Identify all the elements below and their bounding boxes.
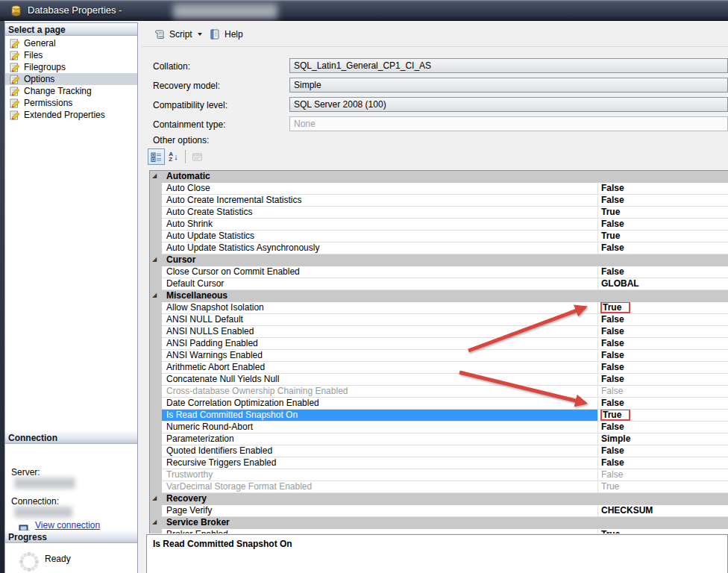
compatibility-level-dropdown[interactable]: SQL Server 2008 (100): [289, 97, 728, 112]
grid-property-row[interactable]: ANSI NULLS EnabledFalse: [150, 326, 728, 338]
property-value: False: [597, 469, 728, 481]
property-name: Broker Enabled: [162, 529, 597, 533]
redacted-database-name: [173, 4, 277, 19]
property-value: False: [597, 362, 728, 374]
property-name: Close Cursor on Commit Enabled: [162, 266, 597, 278]
other-options-label: Other options:: [153, 135, 209, 145]
grid-property-row[interactable]: Is Read Committed Snapshot OnTrue: [150, 410, 728, 422]
expander-triangle-icon[interactable]: ◢: [150, 517, 162, 529]
grid-property-row[interactable]: Page VerifyCHECKSUM: [150, 505, 728, 517]
sidebar-item-extended-properties[interactable]: Extended Properties: [5, 109, 137, 121]
property-name: Auto Close: [162, 183, 597, 195]
row-gutter: [150, 410, 162, 422]
script-button[interactable]: Script: [149, 25, 207, 43]
row-gutter: [150, 362, 162, 374]
alphabetical-sort-button[interactable]: AZ↓: [165, 148, 182, 165]
property-name: ANSI Padding Enabled: [162, 338, 597, 350]
grid-property-row[interactable]: Auto Update StatisticsTrue: [150, 231, 728, 242]
grid-property-row[interactable]: Auto Create StatisticsTrue: [150, 207, 728, 219]
collation-dropdown[interactable]: SQL_Latin1_General_CP1_CI_AS: [289, 58, 728, 73]
categorized-button[interactable]: [148, 148, 165, 165]
row-gutter: [150, 219, 162, 231]
grid-property-row[interactable]: Cross-database Ownership Chaining Enable…: [150, 386, 728, 398]
script-button-label: Script: [169, 29, 192, 40]
collation-label: Collation:: [153, 61, 190, 72]
property-name: Numeric Round-Abort: [162, 422, 597, 433]
property-name: ANSI NULLS Enabled: [162, 326, 597, 338]
grid-property-row[interactable]: TrustworthyFalse: [150, 469, 728, 481]
grid-property-row[interactable]: Broker EnabledTrue: [150, 529, 728, 533]
property-name: Auto Create Statistics: [162, 207, 597, 219]
grid-property-row[interactable]: Concatenate Null Yields NullFalse: [150, 374, 728, 386]
grid-property-row[interactable]: Auto Update Statistics AsynchronouslyFal…: [150, 242, 728, 254]
expander-triangle-icon[interactable]: ◢: [150, 171, 162, 183]
expander-triangle-icon[interactable]: ◢: [150, 254, 162, 266]
help-button-label: Help: [225, 29, 243, 40]
row-gutter: [150, 338, 162, 350]
sidebar-item-filegroups[interactable]: Filegroups: [5, 61, 137, 73]
property-name: Date Correlation Optimization Enabled: [162, 398, 597, 410]
grid-property-row[interactable]: Quoted Identifiers EnabledFalse: [150, 445, 728, 457]
property-name: Page Verify: [162, 505, 597, 517]
grid-property-row[interactable]: ParameterizationSimple: [150, 433, 728, 445]
grid-property-row[interactable]: Default CursorGLOBAL: [150, 278, 728, 290]
property-value: False: [597, 374, 728, 386]
grid-property-row[interactable]: ANSI Warnings EnabledFalse: [150, 350, 728, 362]
grid-property-row[interactable]: Auto ShrinkFalse: [150, 219, 728, 231]
grid-category-row[interactable]: ◢Miscellaneous: [150, 290, 728, 302]
grid-property-row[interactable]: ANSI NULL DefaultFalse: [150, 314, 728, 326]
grid-property-row[interactable]: Auto CloseFalse: [150, 183, 728, 195]
grid-property-row[interactable]: Arithmetic Abort EnabledFalse: [150, 362, 728, 374]
grid-property-row[interactable]: Allow Snapshot IsolationTrue: [150, 302, 728, 314]
property-value: False: [597, 266, 728, 278]
property-name: Default Cursor: [162, 278, 597, 290]
main-panel: Script Help Collation: SQL_Latin1_Genera…: [142, 21, 728, 573]
row-gutter: [150, 242, 162, 254]
sidebar-item-general[interactable]: General: [5, 37, 137, 49]
grid-category-row[interactable]: ◢Cursor: [150, 254, 728, 266]
row-gutter: [150, 386, 162, 398]
row-gutter: [150, 183, 162, 195]
property-name: Auto Update Statistics Asynchronously: [162, 242, 597, 254]
property-name: Allow Snapshot Isolation: [162, 302, 597, 314]
sidebar-item-label: Options: [20, 74, 54, 84]
row-gutter: [150, 433, 162, 445]
property-value: False: [597, 338, 728, 350]
property-value: False: [597, 242, 728, 254]
grid-property-row[interactable]: ANSI Padding EnabledFalse: [150, 338, 728, 350]
row-gutter: [150, 195, 162, 207]
sidebar-item-change-tracking[interactable]: Change Tracking: [5, 85, 137, 97]
grid-category-row[interactable]: ◢Service Broker: [150, 517, 728, 529]
grid-property-row[interactable]: Auto Create Incremental StatisticsFalse: [150, 195, 728, 207]
property-value: GLOBAL: [597, 278, 728, 290]
grid-category-row[interactable]: ◢Recovery: [150, 493, 728, 505]
database-properties-window: Database Properties - Select a page Gene…: [0, 0, 728, 573]
sidebar-item-files[interactable]: Files: [5, 49, 137, 61]
connection-header: Connection: [5, 431, 137, 444]
sidebar-item-permissions[interactable]: Permissions: [5, 97, 137, 109]
grid-category-row[interactable]: ◢Automatic: [150, 171, 728, 183]
help-button[interactable]: Help: [204, 25, 248, 43]
grid-property-row[interactable]: Close Cursor on Commit EnabledFalse: [150, 266, 728, 278]
expander-triangle-icon[interactable]: ◢: [150, 290, 162, 302]
grid-property-row[interactable]: Date Correlation Optimization EnabledFal…: [150, 398, 728, 410]
expander-triangle-icon[interactable]: ◢: [150, 493, 162, 505]
property-name: Is Read Committed Snapshot On: [162, 410, 597, 422]
row-gutter: [150, 469, 162, 481]
grid-property-row[interactable]: Numeric Round-AbortFalse: [150, 422, 728, 433]
property-value: True: [597, 231, 728, 242]
script-scroll-icon: [154, 28, 166, 40]
property-grid-toolbar: AZ↓: [148, 148, 206, 166]
row-gutter: [150, 422, 162, 433]
grid-property-row[interactable]: Recursive Triggers EnabledFalse: [150, 457, 728, 469]
row-gutter: [150, 266, 162, 278]
sidebar-item-options[interactable]: Options: [5, 73, 137, 85]
property-name: Concatenate Null Yields Null: [162, 374, 597, 386]
red-highlight-box: True: [600, 302, 630, 313]
grid-property-row[interactable]: VarDecimal Storage Format EnabledTrue: [150, 481, 728, 493]
recovery-model-dropdown[interactable]: Simple: [289, 78, 728, 93]
chevron-down-icon[interactable]: [198, 33, 202, 36]
property-name: ANSI NULL Default: [162, 314, 597, 326]
window-title: Database Properties -: [28, 4, 122, 16]
recovery-model-label: Recovery model:: [153, 81, 220, 91]
